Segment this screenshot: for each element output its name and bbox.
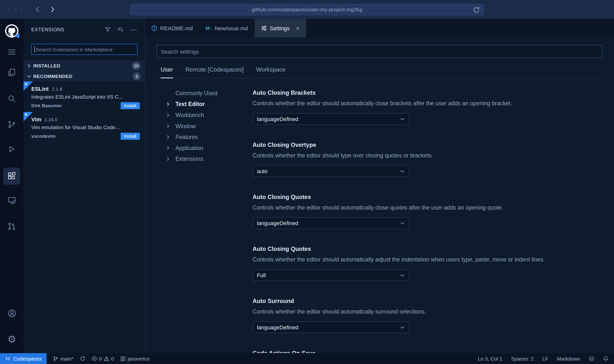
source-control-icon [7, 120, 16, 129]
chevron-right-icon [165, 123, 171, 129]
codespaces-icon [5, 356, 11, 361]
chevron-right-icon [165, 156, 171, 162]
chevron-right-icon [165, 101, 171, 107]
chevron-down-icon [400, 168, 405, 174]
sidebar-item-explorer[interactable] [0, 63, 24, 81]
chevron-down-icon [400, 117, 405, 122]
setting-value-dropdown[interactable]: languageDefined [253, 217, 409, 229]
toc-item-application[interactable]: Application [157, 142, 253, 153]
tab-readme[interactable]: README.md [145, 19, 200, 37]
tab-newissue[interactable]: M↓ NewIssue.md [200, 19, 255, 37]
markdown-icon: M↓ [206, 25, 212, 31]
browser-back-button[interactable] [34, 5, 42, 13]
run-debug-icon [7, 144, 16, 154]
setting-title: Auto Closing Quotes [253, 245, 602, 253]
setting-description: Controls whether the editor should autom… [253, 256, 602, 264]
settings-search-input[interactable] [157, 45, 602, 58]
chevron-down-icon [400, 273, 405, 278]
notifications-bell-icon[interactable] [603, 356, 608, 361]
sidebar-item-run-debug[interactable] [0, 140, 24, 158]
refresh-icon[interactable] [473, 6, 480, 14]
close-icon[interactable] [295, 26, 300, 30]
toc-item-extensions[interactable]: Extensions [157, 153, 253, 165]
extension-description: Vim emulation for Visual Studio Code... [31, 124, 140, 130]
user-indicator[interactable]: jasonetco [120, 356, 150, 362]
setting-description: Controls whether the editor should autom… [253, 204, 602, 212]
setting-title: Auto Closing Brackets [253, 89, 602, 97]
github-codespaces-logo[interactable] [5, 24, 18, 38]
tab-settings[interactable]: Settings [255, 19, 307, 37]
cursor-position[interactable]: Ln 3, Col 1 [478, 356, 502, 362]
setting-title: Auto Closing Quotes [253, 193, 602, 201]
toc-item-window[interactable]: Window [157, 121, 253, 132]
toc-item-commonly-used[interactable]: Commonly Used [157, 88, 253, 99]
chevron-down-icon [400, 221, 405, 226]
remote-indicator[interactable]: Codespaces [0, 353, 47, 364]
settings-sliders-icon [261, 25, 267, 31]
tab-label: README.md [160, 25, 193, 31]
filter-icon[interactable] [104, 26, 111, 33]
extensions-search-input[interactable] [31, 44, 137, 55]
sidebar-item-remote-explorer[interactable] [0, 191, 24, 209]
toc-item-text-editor[interactable]: Text Editor [157, 99, 253, 110]
setting-value-dropdown[interactable]: languageDefined [253, 113, 409, 125]
toc-item-features[interactable]: Features [157, 132, 253, 143]
indentation[interactable]: Spaces: 2 [511, 356, 534, 362]
pull-request-icon [7, 222, 16, 231]
settings-editor: User Remote [Codespaces] Workspace Commo… [145, 38, 614, 353]
account-button[interactable] [0, 304, 24, 322]
window-controls [7, 7, 24, 11]
browser-forward-button[interactable] [48, 5, 56, 13]
setting-title: Auto Surround [253, 297, 602, 305]
section-installed[interactable]: INSTALLED 16 [24, 60, 145, 71]
problems-indicator[interactable]: 0 0 [92, 356, 114, 362]
setting-value-dropdown[interactable]: auto [253, 165, 409, 177]
forward-chevron-icon [48, 5, 56, 13]
scope-tab-workspace[interactable]: Workspace [256, 66, 285, 78]
scope-tab-user[interactable]: User [161, 66, 173, 78]
installed-count-badge: 16 [132, 62, 140, 70]
sidebar-item-extensions[interactable] [0, 167, 24, 185]
extension-version: 2.1.8 [52, 87, 62, 92]
settings-scope-tabs: User Remote [Codespaces] Workspace [157, 66, 602, 78]
extension-list-item-eslint[interactable]: ★ ESLint 2.1.8 Integrates ESLint JavaScr… [24, 81, 145, 112]
url-bar[interactable]: github.com/codespaces/user-my-project-mg… [130, 4, 484, 15]
settings-list: Auto Closing Brackets Controls whether t… [253, 78, 602, 353]
install-button[interactable]: Install [121, 133, 140, 140]
toc-item-workbench[interactable]: Workbench [157, 110, 253, 121]
sync-button[interactable] [80, 356, 85, 361]
hamburger-icon [7, 47, 16, 57]
sidebar-item-search[interactable] [0, 90, 24, 108]
settings-gear-button[interactable]: ⚙ [0, 330, 24, 348]
browser-window: github.com/codespaces/user-my-project-mg… [0, 0, 614, 364]
window-minimize-button[interactable] [13, 7, 17, 11]
extension-list-item-vim[interactable]: ★ Vim 1.16.0 Vim emulation for Visual St… [24, 112, 145, 142]
sidebar-item-pull-requests[interactable] [0, 217, 24, 235]
setting-description: Controls whether the editor should autom… [253, 99, 602, 107]
install-button[interactable]: Install [121, 102, 140, 109]
clear-search-results-icon[interactable] [117, 26, 124, 33]
chevron-down-icon [400, 325, 405, 330]
feedback-icon[interactable] [589, 356, 594, 361]
setting-entry: Auto Surround Controls whether the edito… [253, 297, 602, 333]
eol-sequence[interactable]: LF [542, 356, 548, 362]
setting-value-dropdown[interactable]: Full [253, 269, 409, 281]
language-mode[interactable]: Markdown [557, 356, 580, 362]
setting-title: Auto Closing Overtype [253, 140, 602, 149]
sidebar-item-source-control[interactable] [0, 116, 24, 134]
setting-value-dropdown[interactable]: languageDefined [253, 321, 409, 333]
recommended-flag-icon: ★ [24, 112, 33, 121]
more-actions-icon[interactable]: ⋯ [130, 28, 137, 32]
section-recommended[interactable]: RECOMMENDED 4 [24, 71, 145, 81]
url-text: github.com/codespaces/user-my-project-mg… [252, 7, 362, 13]
tab-bar: README.md M↓ NewIssue.md Settings [145, 19, 614, 37]
setting-entry: Auto Closing Quotes Controls whether the… [253, 193, 602, 229]
remote-label: Codespaces [13, 356, 42, 362]
scope-tab-remote[interactable]: Remote [Codespaces] [185, 66, 244, 78]
menu-button[interactable] [0, 43, 24, 61]
window-close-button[interactable] [7, 7, 11, 11]
settings-toc: Commonly Used Text Editor Workbench [157, 78, 253, 353]
gear-icon: ⚙ [7, 334, 16, 344]
branch-indicator[interactable]: main* [53, 356, 73, 362]
window-zoom-button[interactable] [20, 7, 24, 11]
